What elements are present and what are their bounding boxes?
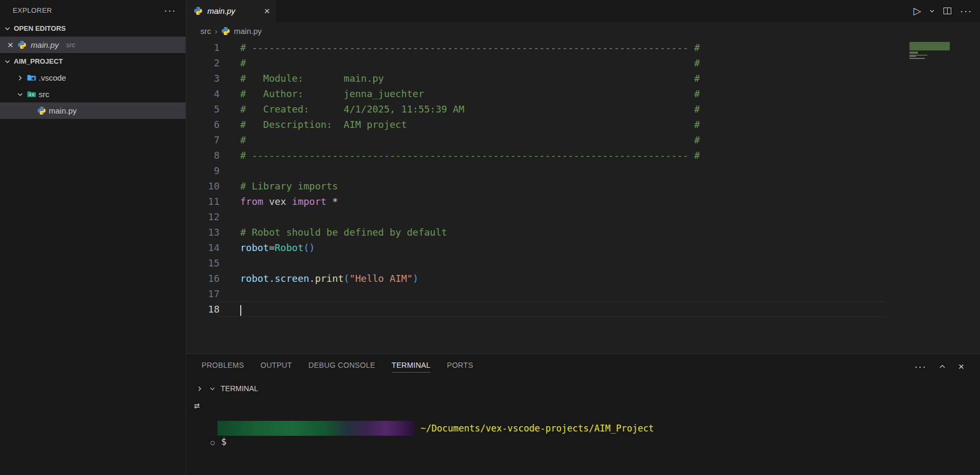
terminal[interactable]: ⇄ ~/Documents/vex-vscode-projects/AIM_Pr… [186,398,980,475]
panel-tab-terminal[interactable]: TERMINAL [392,361,431,373]
panel-more-actions-icon[interactable]: ··· [914,360,926,373]
line-text: # Library imports [220,178,338,194]
code-line-9[interactable]: 9 [186,163,980,178]
line-number[interactable]: 16 [186,271,220,286]
code-line-3[interactable]: 3# Module: main.py # [186,71,980,86]
breadcrumb-src[interactable]: src [200,27,211,36]
line-text [220,301,885,317]
terminal-output-line: ~/Documents/vex-vscode-projects/AIM_Proj… [217,421,654,436]
tree-item-vscode[interactable]: .vscode [0,70,186,86]
line-number[interactable]: 14 [186,240,220,255]
line-number[interactable]: 4 [186,86,220,101]
run-button[interactable]: ▷ [913,5,921,17]
sidebar-more-actions-icon[interactable]: ··· [164,4,176,16]
line-text: # # [220,55,700,71]
text-cursor [240,305,241,316]
command-decoration-icon[interactable]: ○ [211,438,215,446]
line-number[interactable]: 2 [186,55,220,71]
code-line-7[interactable]: 7# # [186,132,980,148]
close-tab-icon[interactable]: × [264,6,270,16]
code-line-5[interactable]: 5# Created: 4/1/2025, 11:55:39 AM # [186,101,980,117]
run-dropdown-icon[interactable] [929,8,935,14]
code-line-18[interactable]: 18 [186,301,980,317]
terminal-prompt: $ [221,436,226,447]
terminal-section-header[interactable]: TERMINAL [186,379,980,398]
code-line-12[interactable]: 12 [186,209,980,224]
terminal-cwd-path[interactable]: ~/Documents/vex-vscode-projects/AIM_Proj… [421,423,654,434]
code-line-4[interactable]: 4# Author: jenna_juechter # [186,86,980,101]
explorer-title: EXPLORER [13,6,52,14]
line-number[interactable]: 10 [186,178,220,194]
code-editor[interactable]: 1# -------------------------------------… [186,40,980,353]
maximize-panel-icon[interactable] [939,363,946,370]
line-number[interactable]: 1 [186,40,220,55]
tree-item-main-py[interactable]: main.py [0,102,186,119]
explorer-sidebar: EXPLORER ··· OPEN EDITORS × main.py src … [0,0,186,475]
vscode-window: EXPLORER ··· OPEN EDITORS × main.py src … [0,0,980,475]
terminal-prompt-line[interactable]: ○ $ [186,436,980,449]
tab-label: main.py [207,6,235,15]
line-text [220,255,240,271]
line-text: # Created: 4/1/2025, 11:55:39 AM # [220,101,700,117]
code-line-8[interactable]: 8# -------------------------------------… [186,148,980,163]
close-editor-icon[interactable]: × [7,40,13,50]
chevron-right-icon[interactable] [195,384,204,393]
line-number[interactable]: 15 [186,255,220,271]
project-folder-label: AIM_PROJECT [14,57,63,65]
minimap[interactable] [909,42,952,61]
tab-main-py[interactable]: main.py × [186,0,276,22]
line-number[interactable]: 13 [186,224,220,240]
bottom-panel: PROBLEMS OUTPUT DEBUG CONSOLE TERMINAL P… [186,353,980,475]
code-line-17[interactable]: 17 [186,286,980,301]
vex-banner-image [217,421,415,436]
line-number[interactable]: 5 [186,101,220,117]
code-line-11[interactable]: 11from vex import * [186,194,980,209]
code-line-14[interactable]: 14robot=Robot() [186,240,980,255]
python-icon [221,27,230,36]
line-number[interactable]: 7 [186,132,220,148]
line-text [220,209,240,224]
open-editors-header[interactable]: OPEN EDITORS [0,20,186,37]
line-number[interactable]: 17 [186,286,220,301]
python-icon [194,6,203,15]
code-line-1[interactable]: 1# -------------------------------------… [186,40,980,55]
code-line-15[interactable]: 15 [186,255,980,271]
vscode-folder-icon [27,73,36,82]
line-number[interactable]: 6 [186,117,220,132]
panel-tab-ports[interactable]: PORTS [447,361,473,373]
editor-more-actions-icon[interactable]: ··· [960,5,972,17]
line-number[interactable]: 11 [186,194,220,209]
code-line-6[interactable]: 6# Description: AIM project # [186,117,980,132]
panel-tabs-row: PROBLEMS OUTPUT DEBUG CONSOLE TERMINAL P… [186,354,980,379]
panel-tab-problems[interactable]: PROBLEMS [202,361,244,373]
code-line-2[interactable]: 2# # [186,55,980,71]
tree-item-src[interactable]: src [0,86,186,102]
line-number[interactable]: 8 [186,148,220,163]
code-line-10[interactable]: 10# Library imports [186,178,980,194]
open-editor-item-main-py[interactable]: × main.py src [0,37,186,53]
line-number[interactable]: 3 [186,71,220,86]
project-folder-header[interactable]: AIM_PROJECT [0,53,186,70]
terminal-swap-icon[interactable]: ⇄ [194,400,200,411]
chevron-down-icon[interactable] [208,384,216,393]
panel-tab-debug-console[interactable]: DEBUG CONSOLE [309,361,375,373]
chevron-right-icon [16,74,24,82]
code-line-16[interactable]: 16robot.screen.print("Hello AIM") [186,271,980,286]
line-number[interactable]: 9 [186,163,220,178]
close-panel-icon[interactable]: × [958,361,964,372]
code-line-13[interactable]: 13# Robot should be defined by default [186,224,980,240]
minimap-line [909,49,950,50]
line-number[interactable]: 12 [186,209,220,224]
line-text: # --------------------------------------… [220,148,700,163]
open-editors-label: OPEN EDITORS [14,24,66,32]
breadcrumb-main-py[interactable]: main.py [234,27,262,36]
line-number[interactable]: 18 [186,301,220,317]
panel-tab-output[interactable]: OUTPUT [260,361,292,373]
line-text: # Module: main.py # [220,71,700,86]
line-text: robot=Robot() [220,240,315,255]
tab-bar: main.py × ▷ ··· [186,0,980,22]
split-editor-icon[interactable] [943,6,952,15]
panel-actions: ··· × [914,360,964,373]
breadcrumb: src › main.py [186,22,980,40]
editor-actions: ▷ ··· [913,0,980,22]
